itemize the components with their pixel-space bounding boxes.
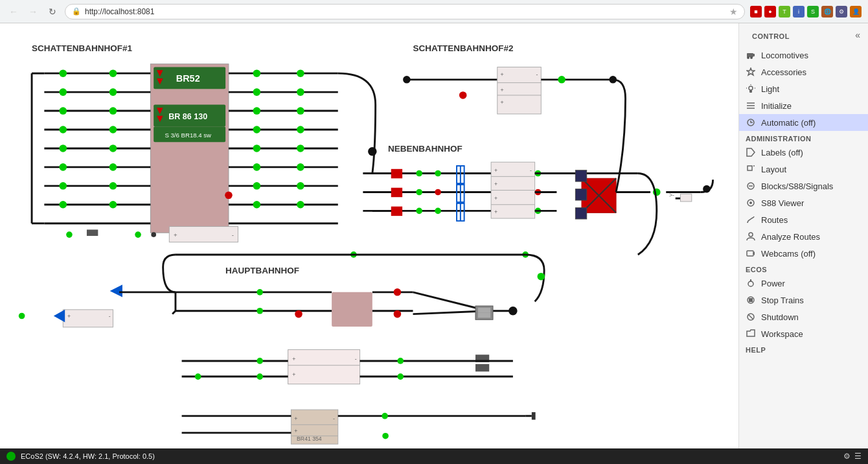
collapse-button[interactable]: « xyxy=(854,29,862,41)
svg-point-55 xyxy=(253,182,261,190)
svg-text:+: + xyxy=(494,195,497,202)
svg-point-121 xyxy=(435,208,441,215)
svg-point-37 xyxy=(60,163,67,171)
address-bar[interactable]: 🔒 http://localhost:8081 ★ xyxy=(65,4,745,19)
svg-text:SCHATTENBAHNHOF#1: SCHATTENBAHNHOF#1 xyxy=(32,43,132,53)
ext-icon-1[interactable]: ■ xyxy=(750,6,762,17)
svg-rect-100 xyxy=(391,207,402,216)
svg-point-160 xyxy=(508,307,518,316)
sidebar-item-locomotives[interactable]: Locomotives xyxy=(739,47,868,64)
ext-icon-7[interactable]: ⚙ xyxy=(836,6,847,17)
sidebar-item-blocks[interactable]: Blocks/S88/Signals xyxy=(739,178,868,194)
forward-button[interactable]: → xyxy=(26,5,40,19)
svg-point-219 xyxy=(748,281,753,286)
shutdown-label: Shutdown xyxy=(761,312,799,322)
svg-point-64 xyxy=(297,201,304,209)
s88viewer-icon xyxy=(746,198,756,208)
settings-icon[interactable]: ⚙ xyxy=(843,452,851,461)
svg-point-92 xyxy=(558,76,565,84)
svg-point-50 xyxy=(253,88,261,96)
svg-point-53 xyxy=(253,145,261,152)
automatic-label: Automatic (off) xyxy=(761,118,816,128)
sidebar-item-accessories[interactable]: Accessories xyxy=(739,64,868,80)
svg-rect-99 xyxy=(391,188,402,197)
svg-point-72 xyxy=(66,231,73,238)
svg-rect-197 xyxy=(532,412,536,420)
sidebar: CONTROL « Locomotives Accessories Light xyxy=(738,23,868,448)
locomotives-icon xyxy=(746,50,756,60)
svg-text:-: - xyxy=(536,71,538,78)
ecos-title: ECOS xyxy=(739,262,868,275)
svg-rect-163 xyxy=(478,313,490,318)
sidebar-item-light[interactable]: Light xyxy=(739,80,868,97)
svg-point-51 xyxy=(253,107,261,115)
svg-marker-76 xyxy=(110,284,122,297)
sidebar-item-power[interactable]: Power xyxy=(739,275,868,292)
svg-text:+: + xyxy=(501,71,504,78)
svg-point-39 xyxy=(60,201,67,209)
blocks-icon xyxy=(746,181,756,191)
ext-icon-5[interactable]: S xyxy=(807,6,819,17)
ext-icon-4[interactable]: i xyxy=(793,6,805,17)
svg-text:>-: >- xyxy=(669,192,674,198)
track-diagram: SCHATTENBAHNHOF#1 SCHATTENBAHNHOF#2 NEBE… xyxy=(0,23,738,448)
sidebar-item-s88viewer[interactable]: S88 Viewer xyxy=(739,194,868,211)
svg-point-183 xyxy=(195,373,201,380)
status-right: ⚙ ☰ xyxy=(843,452,862,461)
svg-text:+: + xyxy=(501,87,504,93)
svg-text:+: + xyxy=(501,99,504,106)
sidebar-item-webcams[interactable]: Webcams (off) xyxy=(739,245,868,262)
ext-icon-6[interactable]: 🌐 xyxy=(821,6,833,17)
sidebar-item-automatic[interactable]: Automatic (off) xyxy=(739,114,868,131)
svg-text:+: + xyxy=(294,428,297,434)
layout-label: Layout xyxy=(761,165,786,174)
help-title: HELP xyxy=(739,342,868,355)
svg-point-61 xyxy=(297,145,304,152)
sidebar-item-shutdown[interactable]: Shutdown xyxy=(739,308,868,325)
sidebar-header: CONTROL « xyxy=(739,23,868,47)
diagram-area[interactable]: SCHATTENBAHNHOF#1 SCHATTENBAHNHOF#2 NEBE… xyxy=(0,23,738,448)
sidebar-item-stop-trains[interactable]: Stop Trains xyxy=(739,292,868,308)
svg-point-217 xyxy=(749,233,753,237)
sidebar-item-workspace[interactable]: Workspace xyxy=(739,325,868,342)
sidebar-item-layout[interactable]: Layout xyxy=(739,161,868,178)
ext-icon-3[interactable]: T xyxy=(779,6,790,17)
svg-rect-69 xyxy=(169,227,238,242)
back-button[interactable]: ← xyxy=(6,5,21,19)
svg-point-83 xyxy=(403,76,411,84)
url-text: http://localhost:8081 xyxy=(85,7,154,16)
reload-button[interactable]: ↻ xyxy=(45,5,60,19)
svg-point-32 xyxy=(60,69,67,77)
svg-point-38 xyxy=(60,182,67,190)
svg-point-33 xyxy=(60,88,67,96)
s88viewer-label: S88 Viewer xyxy=(761,198,804,208)
svg-point-57 xyxy=(297,69,304,77)
svg-point-65 xyxy=(225,192,233,200)
svg-rect-4 xyxy=(150,64,229,233)
svg-point-154 xyxy=(257,308,263,314)
svg-point-153 xyxy=(257,289,263,296)
svg-point-56 xyxy=(253,201,261,209)
power-label: Power xyxy=(761,279,785,288)
info-icon[interactable]: ☰ xyxy=(854,452,862,461)
sidebar-item-analyze-routes[interactable]: Analyze Routes xyxy=(739,228,868,245)
svg-text:+: + xyxy=(292,371,295,378)
sidebar-item-routes[interactable]: Routes xyxy=(739,211,868,228)
svg-point-58 xyxy=(297,88,304,96)
sidebar-item-initialize[interactable]: Initialize xyxy=(739,97,868,114)
locomotives-label: Locomotives xyxy=(761,51,808,60)
sidebar-item-labels[interactable]: Labels (off) xyxy=(739,144,868,161)
svg-rect-199 xyxy=(753,54,755,56)
svg-point-128 xyxy=(368,147,377,156)
status-text: ECoS2 (SW: 4.2.4, HW: 2.1, Protocol: 0.5… xyxy=(21,452,155,460)
light-label: Light xyxy=(761,84,779,94)
svg-text:S 3/6 BR18.4 sw: S 3/6 BR18.4 sw xyxy=(165,132,211,139)
svg-rect-135 xyxy=(575,170,586,181)
svg-rect-145 xyxy=(332,292,372,327)
administration-title: ADMINISTRATION xyxy=(739,131,868,144)
ext-icon-2[interactable]: ● xyxy=(764,6,776,17)
svg-text:BR41 354: BR41 354 xyxy=(297,435,322,442)
svg-text:+: + xyxy=(494,209,497,215)
svg-rect-218 xyxy=(747,251,753,256)
ext-icon-8[interactable]: 👤 xyxy=(850,6,862,17)
